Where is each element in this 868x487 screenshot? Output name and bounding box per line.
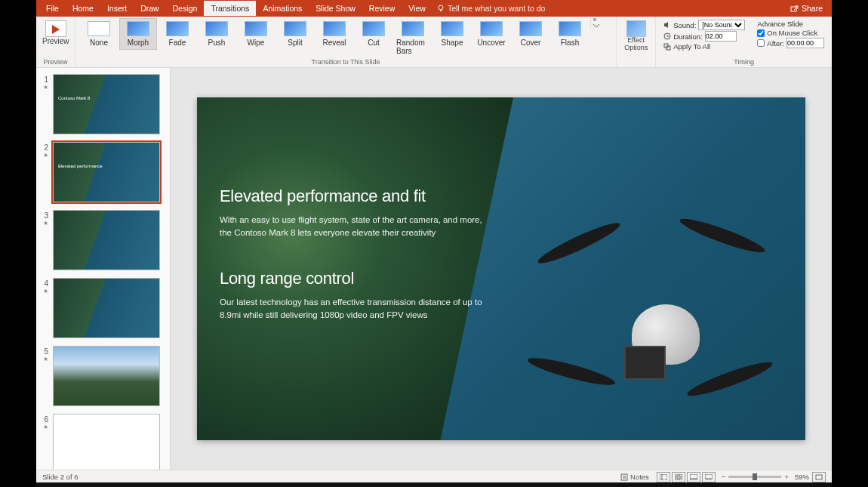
slide-body-1[interactable]: With an easy to use flight system, state… [220, 214, 491, 239]
transition-label: Fade [169, 39, 186, 47]
tab-draw[interactable]: Draw [134, 1, 166, 16]
transition-shape[interactable]: Shape [433, 18, 471, 50]
transition-random-bars[interactable]: Random Bars [394, 18, 432, 58]
zoom-slider[interactable]: − + 59% [722, 473, 809, 481]
apply-all-icon [663, 43, 671, 51]
transition-flash[interactable]: Flash [551, 18, 589, 50]
ribbon-tabs: File Home Insert Draw Design Transitions… [36, 0, 832, 17]
notes-button[interactable]: Notes [620, 473, 649, 481]
tab-view[interactable]: View [402, 1, 432, 16]
transition-fade[interactable]: Fade [159, 18, 196, 50]
tab-insert[interactable]: Insert [100, 1, 134, 16]
reading-view-button[interactable] [687, 472, 700, 482]
share-button[interactable]: Share [790, 4, 829, 13]
after-checkbox[interactable] [757, 39, 765, 47]
thumbnail-slide-3[interactable] [53, 210, 160, 270]
tab-design[interactable]: Design [166, 1, 205, 16]
sound-label: Sound: [673, 21, 696, 29]
sorter-view-button[interactable] [672, 472, 685, 482]
tab-transitions[interactable]: Transitions [204, 1, 256, 16]
effect-options-label: Effect Options [623, 37, 649, 52]
transition-label: Split [288, 39, 302, 47]
transition-icon [88, 21, 110, 36]
transition-icon [127, 21, 149, 36]
notes-icon [620, 473, 628, 481]
transition-uncover[interactable]: Uncover [472, 18, 510, 50]
drone-graphic [549, 221, 775, 418]
thumbnail-slide-1[interactable]: Contoso Mark 8 [53, 74, 160, 134]
sound-icon [663, 21, 671, 29]
on-mouse-click-checkbox[interactable] [757, 29, 765, 37]
transition-label: Cover [521, 39, 541, 47]
slide-counter: Slide 2 of 6 [42, 473, 78, 481]
transition-wipe[interactable]: Wipe [237, 18, 275, 50]
transition-icon [323, 21, 346, 36]
transition-label: Uncover [477, 39, 505, 47]
duration-input[interactable] [705, 31, 737, 42]
group-preview: Preview [41, 58, 70, 67]
transition-label: Morph [128, 39, 149, 47]
transition-icon [166, 21, 189, 36]
apply-all-button[interactable]: Apply To All [673, 42, 710, 51]
tell-me-label: Tell me what you want to do [448, 4, 546, 13]
transition-cut[interactable]: Cut [355, 18, 392, 50]
svg-rect-2 [791, 7, 796, 11]
tab-home[interactable]: Home [66, 1, 100, 16]
transition-icon [519, 21, 542, 36]
play-icon [45, 20, 66, 37]
tell-me[interactable]: Tell me what you want to do [432, 4, 546, 13]
thumb-number: 1★ [41, 74, 48, 134]
slide-body-2[interactable]: Our latest technology has an effective t… [220, 296, 491, 321]
slide-thumbnails: 1★Contoso Mark 82★Elevated performance3★… [36, 68, 171, 470]
transition-push[interactable]: Push [198, 18, 235, 50]
preview-label: Preview [42, 37, 69, 45]
normal-view-button[interactable] [657, 472, 670, 482]
transition-label: Shape [442, 39, 463, 47]
sound-select[interactable]: [No Sound] [698, 20, 745, 30]
effect-options-button[interactable]: Effect Options [621, 18, 651, 54]
transition-icon [559, 21, 581, 36]
slide-heading-2[interactable]: Long range control [220, 269, 491, 288]
transition-icon [245, 21, 267, 36]
transition-icon [402, 21, 424, 36]
fit-window-button[interactable] [812, 472, 826, 482]
thumbnail-slide-5[interactable] [53, 346, 160, 406]
transition-label: Flash [561, 39, 579, 47]
svg-rect-10 [660, 474, 667, 480]
thumb-number: 5★ [41, 346, 48, 406]
lightbulb-icon [437, 5, 445, 12]
transition-cover[interactable]: Cover [512, 18, 549, 50]
thumbnail-slide-6[interactable] [53, 414, 160, 470]
transition-split[interactable]: Split [276, 18, 314, 50]
thumb-number: 4★ [41, 278, 48, 338]
tab-file[interactable]: File [39, 1, 66, 16]
after-input[interactable] [786, 38, 824, 48]
transition-reveal[interactable]: Reveal [315, 18, 353, 50]
ribbon: Preview Preview NoneMorphFadePushWipeSpl… [36, 17, 832, 68]
transitions-more-button[interactable] [590, 18, 601, 28]
tab-review[interactable]: Review [362, 1, 402, 16]
svg-rect-1 [440, 10, 442, 11]
transition-label: Push [208, 39, 226, 47]
slide-canvas[interactable]: Elevated performance and fit With an eas… [197, 97, 805, 440]
slide-heading-1[interactable]: Elevated performance and fit [220, 186, 491, 206]
transition-none[interactable]: None [80, 18, 118, 50]
thumbnail-slide-2[interactable]: Elevated performance [53, 142, 160, 202]
svg-rect-18 [705, 474, 713, 479]
transition-morph[interactable]: Morph [119, 18, 157, 50]
group-transitions: Transition to This Slide [80, 58, 611, 67]
tab-slideshow[interactable]: Slide Show [309, 1, 362, 16]
transition-icon [441, 21, 463, 36]
svg-rect-16 [690, 474, 697, 480]
windows-taskbar[interactable] [36, 482, 832, 487]
advance-slide-label: Advance Slide [757, 20, 824, 28]
effect-options-icon [626, 20, 646, 37]
thumbnail-slide-4[interactable] [53, 278, 160, 338]
tab-animations[interactable]: Animations [256, 1, 309, 16]
thumb-number: 2★ [41, 142, 48, 202]
thumb-number: 6★ [41, 414, 48, 470]
slideshow-view-button[interactable] [702, 472, 716, 482]
zoom-percent[interactable]: 59% [795, 473, 809, 481]
preview-button[interactable]: Preview [41, 18, 71, 48]
transition-icon [205, 21, 228, 36]
